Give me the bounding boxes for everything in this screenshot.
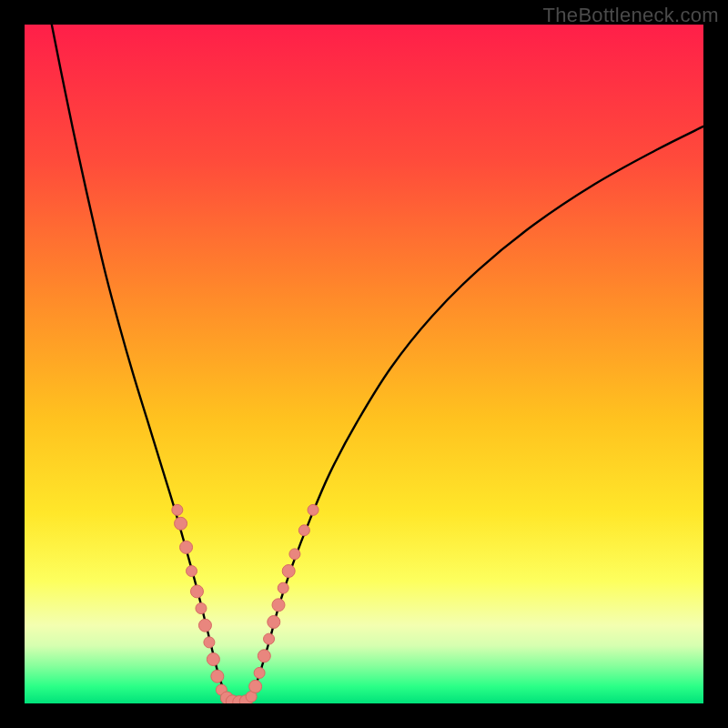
watermark-text: TheBottleneck.com bbox=[543, 4, 719, 27]
data-point bbox=[196, 603, 207, 614]
data-point bbox=[249, 680, 262, 693]
data-point bbox=[258, 650, 270, 662]
scatter-points-layer bbox=[25, 25, 703, 703]
data-point bbox=[308, 504, 318, 515]
data-point bbox=[289, 549, 300, 560]
chart-frame: TheBottleneck.com bbox=[0, 0, 728, 728]
data-point bbox=[282, 565, 295, 578]
data-point bbox=[180, 541, 193, 553]
data-point bbox=[207, 653, 219, 666]
data-point bbox=[278, 582, 288, 593]
data-point bbox=[187, 566, 197, 577]
data-point bbox=[254, 667, 265, 678]
data-point bbox=[211, 670, 224, 682]
data-point bbox=[298, 525, 309, 536]
data-point bbox=[198, 619, 211, 632]
data-point bbox=[268, 615, 280, 628]
data-point bbox=[264, 633, 275, 644]
data-point bbox=[175, 517, 187, 530]
data-point bbox=[172, 504, 183, 515]
data-point bbox=[272, 599, 285, 612]
plot-area bbox=[25, 25, 703, 703]
data-point bbox=[204, 637, 215, 648]
data-point bbox=[190, 585, 203, 598]
